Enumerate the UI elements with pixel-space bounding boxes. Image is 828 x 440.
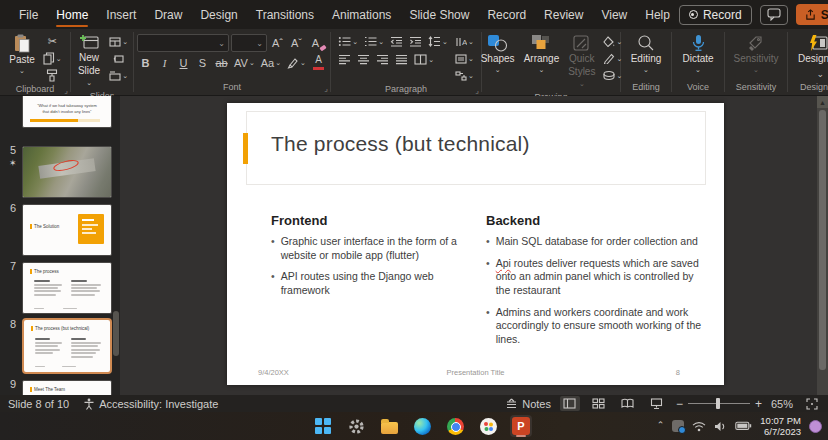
menu-help[interactable]: Help	[636, 2, 679, 28]
slide-layout-button[interactable]: ⌄	[107, 34, 130, 49]
titlebar: File Home Insert Draw Design Transitions…	[0, 0, 828, 29]
font-name-combo[interactable]: ⌄	[137, 34, 229, 52]
menu-draw[interactable]: Draw	[145, 2, 191, 28]
wifi-icon	[692, 421, 706, 432]
menu-slide-show[interactable]: Slide Show	[400, 2, 478, 28]
underline-button[interactable]: U	[175, 55, 192, 70]
change-case-button[interactable]: Aa⌄	[259, 55, 283, 70]
bullets-button[interactable]: ⌄	[336, 34, 360, 49]
slide-title[interactable]: The process (but technical)	[271, 132, 530, 156]
reset-slide-button[interactable]	[107, 51, 130, 66]
reading-view-button[interactable]	[618, 396, 638, 411]
text-highlight-button[interactable]: ⌄	[285, 55, 308, 70]
columns-button[interactable]: ⌄	[412, 52, 436, 67]
new-slide-button[interactable]: New Slide ⌄	[74, 32, 104, 90]
battery-icon	[735, 421, 752, 431]
editing-button[interactable]: Editing ⌄	[628, 32, 665, 76]
edge-icon	[414, 418, 431, 435]
frontend-column[interactable]: Frontend •Graphic user interface in the …	[271, 213, 476, 306]
italic-button[interactable]: I	[156, 55, 173, 70]
cut-button[interactable]: ✂	[41, 34, 64, 49]
line-spacing-button[interactable]: ⌄	[426, 34, 450, 49]
arrange-button[interactable]: Arrange ⌄	[521, 32, 563, 76]
paste-button[interactable]: Paste ⌄	[6, 32, 38, 77]
align-right-button[interactable]	[374, 52, 391, 67]
dictate-button[interactable]: Dictate ⌄	[679, 32, 716, 76]
character-spacing-button[interactable]: AV⌄	[232, 55, 257, 70]
menu-transitions[interactable]: Transitions	[247, 2, 323, 28]
tray-show-hidden-icons[interactable]: ⌃	[657, 420, 665, 430]
thumbnail-panel-scrollbar[interactable]	[113, 311, 119, 356]
slide-8-editor[interactable]: The process (but technical) Frontend •Gr…	[227, 103, 724, 385]
taskbar-file-explorer[interactable]	[378, 415, 400, 437]
taskbar-clock[interactable]: 10:07 PM 6/7/2023	[760, 415, 801, 438]
zoom-slider[interactable]	[688, 403, 750, 404]
font-color-button[interactable]: A	[310, 55, 327, 70]
align-left-button[interactable]	[336, 52, 353, 67]
start-button[interactable]	[312, 415, 334, 437]
slide-sorter-view-button[interactable]	[589, 396, 609, 411]
justify-button[interactable]	[393, 52, 410, 67]
record-button[interactable]: Record	[679, 5, 752, 25]
slideshow-view-button[interactable]	[647, 396, 667, 411]
tray-battery[interactable]	[735, 421, 752, 431]
zoom-in-button[interactable]: +	[755, 397, 762, 411]
backend-bullet-1: •Main SQL database for order collection …	[486, 235, 708, 249]
taskbar-powerpoint[interactable]: P	[510, 415, 532, 437]
accessibility-checker[interactable]: Accessibility: Investigate	[83, 398, 218, 410]
shapes-button[interactable]: Shapes ⌄	[478, 32, 518, 76]
zoom-slider-thumb[interactable]	[716, 398, 720, 409]
decrease-font-size-button[interactable]: Aˇ	[288, 36, 305, 51]
folder-icon	[381, 422, 398, 434]
numbering-button[interactable]: ⌄	[362, 34, 386, 49]
tray-wifi[interactable]	[692, 421, 706, 432]
menu-animations[interactable]: Animations	[323, 2, 400, 28]
bold-button[interactable]: B	[137, 55, 154, 70]
fit-slide-to-window-button[interactable]	[802, 396, 822, 411]
menu-view[interactable]: View	[592, 2, 636, 28]
menu-file[interactable]: File	[10, 2, 47, 28]
strikethrough-button[interactable]: ab	[213, 55, 230, 70]
menu-record[interactable]: Record	[478, 2, 535, 28]
zoom-out-button[interactable]: −	[676, 397, 683, 411]
scrollbar-thumb[interactable]	[819, 110, 826, 370]
decrease-indent-button[interactable]	[388, 34, 405, 49]
font-size-combo[interactable]: ⌄	[231, 34, 267, 52]
backend-column[interactable]: Backend •Main SQL database for order col…	[486, 213, 708, 354]
tray-volume[interactable]	[714, 421, 727, 432]
copy-icon	[43, 52, 55, 65]
taskbar-edge[interactable]	[411, 415, 433, 437]
increase-indent-button[interactable]	[407, 34, 424, 49]
speaker-icon	[714, 421, 727, 432]
notes-button[interactable]: Notes	[505, 398, 551, 410]
taskbar-colorful-app[interactable]	[477, 415, 499, 437]
taskbar-chrome[interactable]	[444, 415, 466, 437]
tray-app-with-notification[interactable]	[672, 420, 684, 432]
menu-design[interactable]: Design	[191, 2, 246, 28]
collapse-ribbon-chevron-icon[interactable]: ⌄	[816, 69, 824, 79]
align-text-button[interactable]: ⌄	[453, 51, 476, 66]
share-button[interactable]: Share ⌄	[796, 4, 828, 25]
section-button[interactable]: ⌄	[107, 68, 130, 83]
scroll-up-arrow-icon[interactable]: ▲	[817, 96, 828, 108]
taskbar-settings[interactable]	[345, 415, 367, 437]
designer-button[interactable]: Designer	[795, 32, 828, 67]
text-shadow-button[interactable]: S	[194, 55, 211, 70]
format-painter-button[interactable]	[41, 68, 64, 83]
menu-home[interactable]: Home	[47, 2, 97, 28]
canvas-scrollbar[interactable]: ▲	[817, 96, 828, 395]
convert-smartart-button[interactable]: ⌄	[453, 68, 476, 83]
text-direction-button[interactable]: A⌄	[453, 34, 476, 49]
normal-view-button[interactable]	[560, 396, 580, 411]
comments-button[interactable]	[760, 5, 788, 25]
zoom-percentage[interactable]: 65%	[771, 398, 793, 410]
font-dialog-launcher[interactable]: ⌟	[324, 82, 328, 95]
align-center-button[interactable]	[355, 52, 372, 67]
bullets-icon	[338, 36, 351, 47]
menu-review[interactable]: Review	[535, 2, 592, 28]
increase-font-size-button[interactable]: Aˆ	[269, 36, 286, 51]
menu-insert[interactable]: Insert	[97, 2, 145, 28]
clear-formatting-button[interactable]: A	[307, 36, 324, 51]
copy-button[interactable]: ⌄	[41, 51, 64, 66]
notification-badge[interactable]	[809, 420, 822, 433]
